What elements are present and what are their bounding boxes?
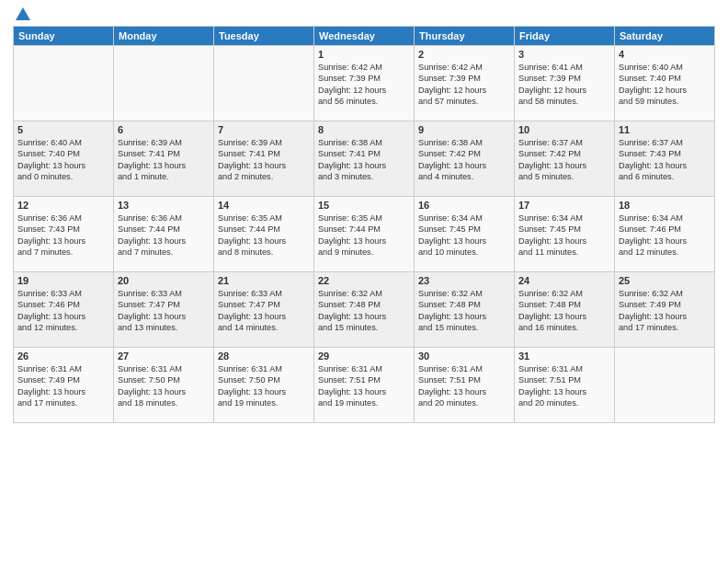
day-number: 25: [619, 275, 711, 286]
col-header-monday: Monday: [114, 27, 214, 46]
cell-content: Sunrise: 6:37 AMSunset: 7:43 PMDaylight:…: [619, 137, 711, 183]
cell-content: Sunrise: 6:36 AMSunset: 7:43 PMDaylight:…: [17, 213, 109, 259]
day-number: 17: [518, 200, 610, 211]
day-number: 6: [118, 124, 210, 135]
calendar-cell: 1Sunrise: 6:42 AMSunset: 7:39 PMDaylight…: [314, 46, 415, 121]
cell-content: Sunrise: 6:32 AMSunset: 7:48 PMDaylight:…: [518, 288, 610, 334]
cell-content: Sunrise: 6:39 AMSunset: 7:41 PMDaylight:…: [218, 137, 310, 183]
logo-icon: [14, 6, 32, 24]
calendar-cell: 23Sunrise: 6:32 AMSunset: 7:48 PMDayligh…: [415, 272, 515, 348]
calendar-cell: 11Sunrise: 6:37 AMSunset: 7:43 PMDayligh…: [615, 121, 715, 197]
calendar-cell: 25Sunrise: 6:32 AMSunset: 7:49 PMDayligh…: [615, 272, 715, 348]
calendar-cell: 31Sunrise: 6:31 AMSunset: 7:51 PMDayligh…: [515, 348, 615, 423]
cell-content: Sunrise: 6:35 AMSunset: 7:44 PMDaylight:…: [218, 213, 310, 259]
cell-content: Sunrise: 6:31 AMSunset: 7:50 PMDaylight:…: [118, 363, 210, 409]
day-number: 19: [17, 275, 109, 286]
header: [13, 9, 715, 18]
week-row-2: 5Sunrise: 6:40 AMSunset: 7:40 PMDaylight…: [14, 121, 715, 197]
day-number: 31: [518, 350, 610, 362]
calendar-cell: 14Sunrise: 6:35 AMSunset: 7:44 PMDayligh…: [214, 197, 314, 272]
calendar-cell: 12Sunrise: 6:36 AMSunset: 7:43 PMDayligh…: [14, 197, 114, 272]
week-row-5: 26Sunrise: 6:31 AMSunset: 7:49 PMDayligh…: [14, 348, 715, 423]
cell-content: Sunrise: 6:32 AMSunset: 7:48 PMDaylight:…: [318, 288, 410, 334]
calendar-cell: 15Sunrise: 6:35 AMSunset: 7:44 PMDayligh…: [314, 197, 415, 272]
calendar-cell: 13Sunrise: 6:36 AMSunset: 7:44 PMDayligh…: [114, 197, 214, 272]
col-header-wednesday: Wednesday: [314, 27, 415, 46]
cell-content: Sunrise: 6:42 AMSunset: 7:39 PMDaylight:…: [318, 62, 410, 108]
calendar-cell: 2Sunrise: 6:42 AMSunset: 7:39 PMDaylight…: [415, 46, 515, 121]
cell-content: Sunrise: 6:42 AMSunset: 7:39 PMDaylight:…: [418, 62, 510, 108]
calendar-cell: 22Sunrise: 6:32 AMSunset: 7:48 PMDayligh…: [314, 272, 415, 348]
logo: [13, 9, 32, 18]
cell-content: Sunrise: 6:35 AMSunset: 7:44 PMDaylight:…: [318, 213, 410, 259]
calendar-cell: [214, 46, 314, 121]
calendar-cell: 29Sunrise: 6:31 AMSunset: 7:51 PMDayligh…: [314, 348, 415, 423]
calendar-table: SundayMondayTuesdayWednesdayThursdayFrid…: [13, 26, 715, 423]
page: SundayMondayTuesdayWednesdayThursdayFrid…: [0, 0, 728, 563]
day-number: 26: [17, 350, 109, 362]
day-number: 5: [17, 124, 109, 135]
calendar-cell: 5Sunrise: 6:40 AMSunset: 7:40 PMDaylight…: [14, 121, 114, 197]
cell-content: Sunrise: 6:31 AMSunset: 7:51 PMDaylight:…: [518, 363, 610, 409]
day-number: 8: [318, 124, 410, 135]
cell-content: Sunrise: 6:41 AMSunset: 7:39 PMDaylight:…: [518, 62, 610, 108]
cell-content: Sunrise: 6:32 AMSunset: 7:49 PMDaylight:…: [619, 288, 711, 334]
cell-content: Sunrise: 6:39 AMSunset: 7:41 PMDaylight:…: [118, 137, 210, 183]
week-row-3: 12Sunrise: 6:36 AMSunset: 7:43 PMDayligh…: [14, 197, 715, 272]
cell-content: Sunrise: 6:34 AMSunset: 7:46 PMDaylight:…: [619, 213, 711, 259]
day-number: 15: [318, 200, 410, 211]
calendar-cell: [615, 348, 715, 423]
cell-content: Sunrise: 6:31 AMSunset: 7:51 PMDaylight:…: [318, 363, 410, 409]
col-header-tuesday: Tuesday: [214, 27, 314, 46]
calendar-cell: 18Sunrise: 6:34 AMSunset: 7:46 PMDayligh…: [615, 197, 715, 272]
svg-marker-0: [16, 7, 30, 20]
day-number: 24: [518, 275, 610, 286]
day-number: 27: [118, 350, 210, 362]
day-number: 7: [218, 124, 310, 135]
calendar-cell: 3Sunrise: 6:41 AMSunset: 7:39 PMDaylight…: [515, 46, 615, 121]
cell-content: Sunrise: 6:31 AMSunset: 7:50 PMDaylight:…: [218, 363, 310, 409]
calendar-cell: 9Sunrise: 6:38 AMSunset: 7:42 PMDaylight…: [415, 121, 515, 197]
calendar-cell: [14, 46, 114, 121]
cell-content: Sunrise: 6:40 AMSunset: 7:40 PMDaylight:…: [619, 62, 711, 108]
day-number: 20: [118, 275, 210, 286]
day-number: 4: [619, 49, 711, 60]
calendar-cell: 28Sunrise: 6:31 AMSunset: 7:50 PMDayligh…: [214, 348, 314, 423]
day-number: 29: [318, 350, 410, 362]
day-number: 14: [218, 200, 310, 211]
header-row: SundayMondayTuesdayWednesdayThursdayFrid…: [14, 27, 715, 46]
day-number: 13: [118, 200, 210, 211]
calendar-cell: 7Sunrise: 6:39 AMSunset: 7:41 PMDaylight…: [214, 121, 314, 197]
cell-content: Sunrise: 6:34 AMSunset: 7:45 PMDaylight:…: [518, 213, 610, 259]
calendar-cell: [114, 46, 214, 121]
day-number: 28: [218, 350, 310, 362]
cell-content: Sunrise: 6:37 AMSunset: 7:42 PMDaylight:…: [518, 137, 610, 183]
calendar-cell: 24Sunrise: 6:32 AMSunset: 7:48 PMDayligh…: [515, 272, 615, 348]
day-number: 2: [418, 49, 510, 60]
day-number: 3: [518, 49, 610, 60]
calendar-cell: 10Sunrise: 6:37 AMSunset: 7:42 PMDayligh…: [515, 121, 615, 197]
col-header-saturday: Saturday: [615, 27, 715, 46]
calendar-cell: 6Sunrise: 6:39 AMSunset: 7:41 PMDaylight…: [114, 121, 214, 197]
day-number: 23: [418, 275, 510, 286]
day-number: 21: [218, 275, 310, 286]
cell-content: Sunrise: 6:32 AMSunset: 7:48 PMDaylight:…: [418, 288, 510, 334]
cell-content: Sunrise: 6:33 AMSunset: 7:47 PMDaylight:…: [218, 288, 310, 334]
day-number: 30: [418, 350, 510, 362]
day-number: 18: [619, 200, 711, 211]
day-number: 10: [518, 124, 610, 135]
calendar-cell: 30Sunrise: 6:31 AMSunset: 7:51 PMDayligh…: [415, 348, 515, 423]
cell-content: Sunrise: 6:31 AMSunset: 7:49 PMDaylight:…: [17, 363, 109, 409]
day-number: 9: [418, 124, 510, 135]
day-number: 1: [318, 49, 410, 60]
cell-content: Sunrise: 6:40 AMSunset: 7:40 PMDaylight:…: [17, 137, 109, 183]
cell-content: Sunrise: 6:34 AMSunset: 7:45 PMDaylight:…: [418, 213, 510, 259]
cell-content: Sunrise: 6:38 AMSunset: 7:41 PMDaylight:…: [318, 137, 410, 183]
calendar-cell: 4Sunrise: 6:40 AMSunset: 7:40 PMDaylight…: [615, 46, 715, 121]
calendar-cell: 17Sunrise: 6:34 AMSunset: 7:45 PMDayligh…: [515, 197, 615, 272]
week-row-1: 1Sunrise: 6:42 AMSunset: 7:39 PMDaylight…: [14, 46, 715, 121]
col-header-sunday: Sunday: [14, 27, 114, 46]
calendar-cell: 27Sunrise: 6:31 AMSunset: 7:50 PMDayligh…: [114, 348, 214, 423]
calendar-cell: 26Sunrise: 6:31 AMSunset: 7:49 PMDayligh…: [14, 348, 114, 423]
cell-content: Sunrise: 6:38 AMSunset: 7:42 PMDaylight:…: [418, 137, 510, 183]
